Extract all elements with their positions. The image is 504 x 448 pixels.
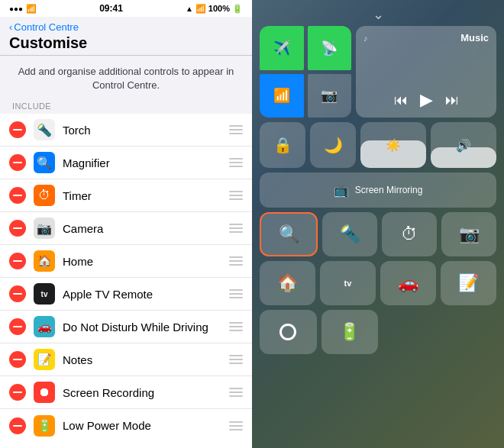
drag-handle-home[interactable] (229, 256, 243, 266)
list-item-apple-tv-remote: tv Apple TV Remote (0, 278, 252, 311)
list-item-camera: 📷 Camera (0, 212, 252, 245)
control-centre-content: ✈️ 📡 📶 📷 ♪ Music ⏮ ▶ ⏭ 🔒 (252, 0, 504, 448)
screen-mirroring-label: Screen Mirroring (355, 185, 423, 195)
torch-icon: 🔦 (34, 119, 55, 140)
left-panel: ●●● 📶 09:41 ▲ 📶 100% 🔋 ‹ Control Centre … (0, 0, 252, 448)
list-item-magnifier: 🔍 Magnifier (0, 147, 252, 179)
remove-low-power-button[interactable] (9, 417, 26, 434)
remove-camera-button[interactable] (9, 220, 26, 237)
remove-magnifier-button[interactable] (9, 154, 26, 171)
remove-screen-recording-button[interactable] (9, 384, 26, 401)
dnd-driving-icon: 🚗 (34, 316, 55, 337)
cellular-button[interactable]: 📡 (308, 26, 352, 70)
controls-list: 🔦 Torch 🔍 Magnifier ⏱ Timer 📷 Camera 🏠 H… (0, 114, 252, 448)
home-cc-button[interactable]: 🏠 (260, 261, 315, 305)
play-pause-button[interactable]: ▶ (420, 90, 433, 110)
status-right-icons: ▲ 📶 100% 🔋 (186, 4, 243, 14)
connectivity-grid: ✈️ 📡 📶 📷 (260, 26, 351, 118)
drag-handle-torch[interactable] (229, 125, 243, 134)
drag-handle-apple-tv[interactable] (229, 289, 243, 298)
previous-track-button[interactable]: ⏮ (394, 92, 408, 108)
wifi-icon: 📶 (26, 4, 37, 14)
screen-mirroring-icon: 📺 (334, 183, 349, 198)
status-time: 09:41 (99, 3, 123, 14)
apple-tv-cc-button[interactable]: tv (320, 261, 376, 305)
dnd-driving-label: Do Not Disturb While Driving (63, 321, 223, 334)
battery-status: 100% (208, 4, 230, 13)
screen-mirroring-button[interactable]: 📺 Screen Mirroring (260, 172, 496, 208)
camera-cc-icon: 📷 (459, 224, 480, 244)
home-label: Home (63, 255, 223, 268)
volume-slider[interactable]: 🔊 (431, 122, 496, 168)
back-chevron-icon: ‹ (9, 21, 12, 33)
notes-icon: 📝 (34, 349, 55, 370)
low-power-icon: 🔋 (34, 415, 55, 437)
drag-handle-low-power[interactable] (229, 421, 243, 430)
remove-dnd-driving-button[interactable] (9, 318, 26, 335)
drag-handle-notes[interactable] (229, 355, 243, 364)
music-controls: ⏮ ▶ ⏭ (363, 89, 489, 111)
timer-cc-icon: ⏱ (401, 224, 418, 244)
magnifier-label: Magnifier (63, 156, 223, 169)
music-title: Music (460, 32, 489, 44)
back-label: Control Centre (14, 21, 79, 33)
screen-recording-label: Screen Recording (63, 386, 223, 399)
remove-torch-button[interactable] (9, 121, 26, 138)
timer-label: Timer (63, 189, 223, 202)
rotation-lock-button[interactable]: 🔒 (260, 122, 305, 168)
low-power-label: Low Power Mode (63, 419, 223, 432)
drag-handle-camera[interactable] (229, 224, 243, 233)
camera-cc-button[interactable]: 📷 (441, 212, 496, 256)
page-title: Customise (9, 34, 243, 52)
magnifier-cc-button[interactable]: 🔍 (260, 212, 318, 256)
chevron-down-icon[interactable] (260, 6, 496, 21)
battery-cc-button[interactable]: 🔋 (321, 310, 379, 354)
wifi-button[interactable]: 📶 (260, 74, 304, 118)
list-item-screen-recording: ⏺ Screen Recording (0, 376, 252, 409)
timer-icon: ⏱ (34, 185, 55, 206)
magnifier-icon: 🔍 (34, 152, 55, 173)
music-card[interactable]: ♪ Music ⏮ ▶ ⏭ (356, 26, 496, 118)
remove-apple-tv-button[interactable] (9, 285, 26, 302)
remove-home-button[interactable] (9, 253, 26, 269)
section-label: INCLUDE (0, 98, 252, 114)
next-track-button[interactable]: ⏭ (445, 92, 459, 108)
car-cc-icon: 🚗 (398, 273, 418, 293)
list-item-low-power: 🔋 Low Power Mode (0, 409, 252, 442)
drag-handle-magnifier[interactable] (229, 158, 243, 167)
list-item-timer: ⏱ Timer (0, 179, 252, 212)
status-bar: ●●● 📶 09:41 ▲ 📶 100% 🔋 (0, 0, 252, 17)
list-item-torch: 🔦 Torch (0, 114, 252, 147)
timer-cc-button[interactable]: ⏱ (382, 212, 437, 256)
bottom-row: 🔋 (260, 310, 496, 354)
bluetooth-button[interactable]: 📷 (308, 74, 352, 118)
bluetooth-icon: 📶 (195, 4, 206, 14)
car-cc-button[interactable]: 🚗 (380, 261, 436, 305)
drag-handle-screen-recording[interactable] (229, 388, 243, 397)
remove-timer-button[interactable] (9, 187, 26, 204)
top-row: ✈️ 📡 📶 📷 ♪ Music ⏮ ▶ ⏭ (260, 26, 496, 118)
back-button[interactable]: ‹ Control Centre (9, 21, 243, 33)
torch-cc-button[interactable]: 🔦 (322, 212, 377, 256)
torch-cc-icon: 🔦 (340, 224, 360, 244)
home-cc-icon: 🏠 (277, 273, 298, 293)
airplane-mode-button[interactable]: ✈️ (260, 26, 304, 70)
description-text: Add and organise additional controls to … (0, 56, 252, 98)
battery-cc-icon: 🔋 (339, 322, 360, 342)
screen-record-cc-button[interactable] (260, 310, 317, 354)
drag-handle-dnd[interactable] (229, 322, 243, 331)
status-signal: ●●● 📶 (9, 4, 37, 14)
torch-label: Torch (63, 124, 223, 137)
location-icon: ▲ (186, 5, 193, 13)
list-item-notes: 📝 Notes (0, 343, 252, 376)
brightness-slider[interactable]: ☀️ (360, 122, 426, 168)
do-not-disturb-button[interactable]: 🌙 (310, 122, 356, 168)
notes-cc-button[interactable]: 📝 (441, 261, 496, 305)
remove-notes-button[interactable] (9, 351, 26, 368)
right-panel: ✈️ 📡 📶 📷 ♪ Music ⏮ ▶ ⏭ 🔒 (252, 0, 504, 448)
apple-tv-icon: tv (34, 283, 55, 305)
icon-row-2: 🏠 tv 🚗 📝 (260, 261, 496, 305)
screen-record-cc-icon (279, 324, 296, 340)
drag-handle-timer[interactable] (229, 191, 243, 200)
home-icon: 🏠 (34, 250, 55, 272)
